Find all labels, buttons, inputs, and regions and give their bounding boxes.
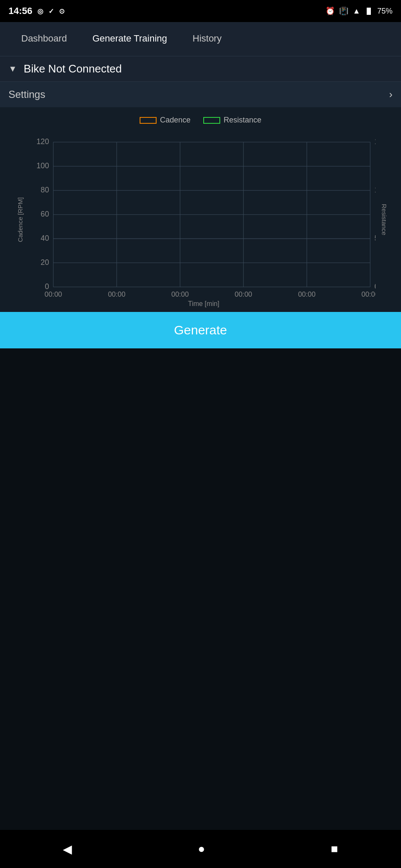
wifi-icon: ▲ [353, 7, 360, 16]
nav-bar: Dashboard Generate Training History [0, 22, 401, 56]
connection-status: Bike Not Connected [24, 62, 122, 75]
connection-bar[interactable]: ▼ Bike Not Connected [0, 56, 401, 81]
vibrate-icon: 📳 [339, 6, 348, 16]
svg-text:100: 100 [36, 161, 49, 170]
svg-text:0: 0 [374, 282, 376, 291]
svg-text:00:00: 00:00 [235, 290, 252, 298]
location-icon: ⊙ [59, 7, 64, 15]
svg-text:5: 5 [374, 234, 376, 242]
svg-text:16: 16 [374, 137, 376, 146]
svg-text:20: 20 [41, 258, 49, 267]
resistance-label: Resistance [224, 116, 261, 125]
battery-display: 75% [377, 7, 393, 16]
nav-generate-training[interactable]: Generate Training [80, 25, 180, 54]
status-right-icons: ⏰ 📳 ▲ ▐▌ 75% [325, 6, 393, 16]
signal-icon: ▐▌ [365, 8, 373, 14]
bottom-nav-bar: ◀ ● ■ [0, 830, 401, 868]
chart-svg: 120 100 80 60 40 20 0 16 10 5 0 00:00 00… [32, 131, 376, 298]
eye-icon: ◎ [37, 7, 43, 15]
svg-text:40: 40 [41, 234, 49, 242]
recent-apps-button[interactable]: ■ [331, 842, 338, 856]
settings-bar[interactable]: Settings › [0, 81, 401, 107]
svg-text:00:00: 00:00 [362, 290, 376, 298]
home-button[interactable]: ● [198, 842, 205, 856]
svg-text:120: 120 [36, 137, 49, 146]
svg-text:00:00: 00:00 [108, 290, 125, 298]
status-bar: 14:56 ◎ ✓ ⊙ ⏰ 📳 ▲ ▐▌ 75% [0, 0, 401, 22]
settings-arrow-icon: › [389, 89, 393, 100]
y-right-label: Resistance [381, 131, 388, 308]
check-icon: ✓ [48, 7, 54, 15]
svg-text:00:00: 00:00 [298, 290, 315, 298]
svg-text:00:00: 00:00 [171, 290, 189, 298]
nav-dashboard[interactable]: Dashboard [8, 25, 80, 54]
cadence-label: Cadence [160, 116, 191, 125]
main-content-area [0, 348, 401, 730]
svg-text:80: 80 [41, 186, 49, 194]
x-axis-label: Time [min] [32, 300, 376, 308]
legend-resistance: Resistance [203, 116, 261, 125]
alarm-icon: ⏰ [325, 6, 335, 16]
chart-legend: Cadence Resistance [0, 116, 401, 125]
svg-text:10: 10 [374, 186, 376, 194]
cadence-color-box [140, 117, 157, 124]
dropdown-arrow-icon: ▼ [8, 64, 17, 74]
svg-text:0: 0 [45, 282, 49, 291]
settings-label: Settings [8, 89, 45, 100]
svg-text:00:00: 00:00 [45, 290, 62, 298]
legend-cadence: Cadence [140, 116, 191, 125]
nav-history[interactable]: History [180, 25, 234, 54]
y-left-label: Cadence [RPM] [17, 131, 24, 308]
resistance-color-box [203, 117, 220, 124]
chart-area: Cadence Resistance Cadence [RPM] [0, 107, 401, 312]
back-button[interactable]: ◀ [63, 842, 72, 856]
time-display: 14:56 [8, 6, 32, 17]
svg-text:60: 60 [41, 210, 49, 218]
generate-button[interactable]: Generate [0, 312, 401, 348]
